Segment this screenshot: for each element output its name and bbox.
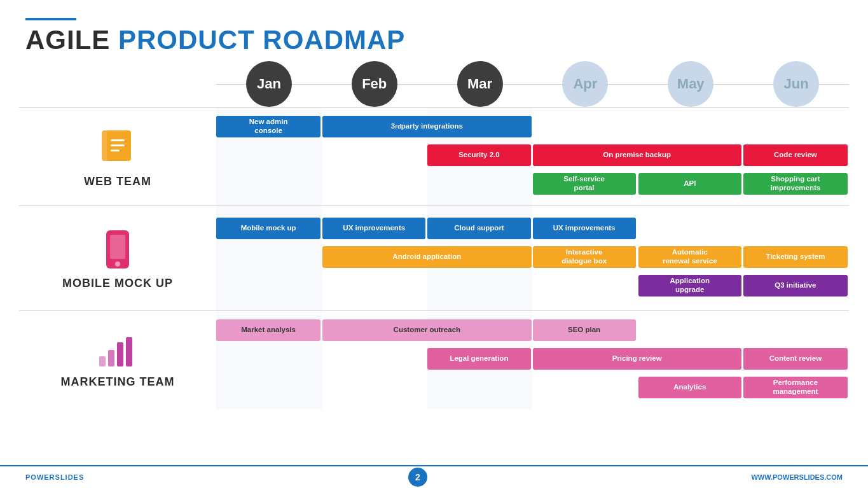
mobile-row-2: Android application Interactivedialogue … [216, 244, 849, 270]
svg-rect-8 [99, 356, 106, 366]
svg-rect-10 [117, 342, 123, 366]
svg-rect-6 [110, 235, 125, 259]
task-ux-improvements-1: UX improvements [322, 218, 425, 239]
task-ux-improvements-2: UX improvements [533, 218, 636, 239]
task-shopping-cart: Shopping cartimprovements [743, 173, 848, 195]
mobile-row-1: Mobile mock up UX improvements Cloud sup… [216, 216, 849, 241]
task-security-2: Security 2.0 [427, 144, 530, 166]
marketing-row-2: Legal generation Pricing review Content … [216, 346, 849, 372]
task-cloud-support: Cloud support [427, 218, 530, 239]
web-team-section: WEB TEAM New adminconsole 3rd party inte… [19, 107, 849, 206]
web-team-icon [95, 125, 140, 170]
mobile-team-section: MOBILE MOCK UP Mobile mock up UX improve… [19, 206, 849, 310]
header-accent-line [25, 18, 76, 20]
task-market-analysis: Market analysis [216, 319, 320, 341]
mobile-team-label: MOBILE MOCK UP [19, 206, 216, 310]
marketing-team-name: MARKETING TEAM [61, 375, 175, 389]
task-customer-outreach: Customer outreach [322, 319, 531, 341]
web-row-3: Self-serviceportal API Shopping cartimpr… [216, 171, 849, 197]
month-circle-apr: Apr [562, 61, 608, 107]
task-android-app: Android application [322, 246, 531, 268]
footer-brand-plain: POWER [25, 473, 55, 481]
marketing-team-section: MARKETING TEAM Market analysis Customer … [19, 310, 849, 409]
marketing-row-1: Market analysis Customer outreach SEO pl… [216, 317, 849, 343]
task-3rd-party: 3rd party integrations [322, 116, 531, 137]
task-mobile-mockup: Mobile mock up [216, 218, 320, 239]
marketing-team-label: MARKETING TEAM [19, 311, 216, 409]
month-circle-jun: Jun [773, 61, 819, 107]
page: AGILE PRODUCT ROADMAP Jan Feb Mar Apr [0, 0, 868, 488]
page-title: AGILE PRODUCT ROADMAP [25, 25, 843, 55]
task-legal-generation: Legal generation [427, 348, 530, 370]
mobile-row-3: Applicationupgrade Q3 initiative [216, 273, 849, 298]
month-circle-jan: Jan [246, 61, 292, 107]
footer-page-number: 2 [408, 468, 427, 487]
footer-website: WWW.POWERSLIDES.COM [751, 473, 843, 481]
task-self-service: Self-serviceportal [533, 173, 636, 195]
mobile-team-name: MOBILE MOCK UP [62, 277, 173, 290]
svg-rect-2 [111, 139, 125, 141]
footer-brand: POWERSLIDES [25, 473, 84, 481]
task-interactive-dialogue: Interactivedialogue box [533, 246, 636, 268]
marketing-team-icon [95, 332, 140, 370]
task-api: API [638, 173, 741, 195]
header: AGILE PRODUCT ROADMAP [0, 0, 868, 61]
task-code-review: Code review [743, 144, 848, 166]
task-q3-initiative: Q3 initiative [743, 275, 848, 296]
svg-rect-9 [108, 350, 114, 366]
web-row-1: New adminconsole 3rd party integrations [216, 114, 849, 139]
svg-rect-11 [126, 337, 132, 366]
month-circle-feb: Feb [352, 61, 397, 107]
marketing-row-3: Analytics Performancemanagement [216, 375, 849, 400]
task-analytics: Analytics [638, 377, 741, 398]
web-row-2: Security 2.0 On premise backup Code revi… [216, 143, 849, 168]
svg-point-7 [115, 261, 120, 267]
month-circle-may: May [668, 61, 713, 107]
task-pricing-review: Pricing review [533, 348, 741, 370]
footer: POWERSLIDES 2 WWW.POWERSLIDES.COM [0, 465, 868, 488]
task-content-review: Content review [743, 348, 848, 370]
month-circle-mar: Mar [457, 61, 503, 107]
task-automatic-renewal: Automaticrenewal service [638, 246, 741, 268]
title-blue: PRODUCT ROADMAP [110, 25, 405, 55]
mobile-team-icon [99, 227, 137, 272]
title-plain: AGILE [25, 25, 110, 55]
footer-brand-blue: SLIDES [55, 473, 85, 481]
web-team-label: WEB TEAM [19, 108, 216, 206]
svg-rect-4 [111, 150, 120, 151]
task-ticketing-system: Ticketing system [743, 246, 848, 268]
web-team-name: WEB TEAM [84, 175, 151, 188]
task-new-admin-console: New adminconsole [216, 116, 320, 137]
task-seo-plan: SEO plan [533, 319, 636, 341]
task-app-upgrade: Applicationupgrade [638, 275, 741, 296]
task-on-premise: On premise backup [533, 144, 741, 166]
task-performance-management: Performancemanagement [743, 377, 848, 398]
roadmap-content: Jan Feb Mar Apr May Jun [0, 61, 868, 409]
svg-rect-3 [111, 144, 125, 146]
